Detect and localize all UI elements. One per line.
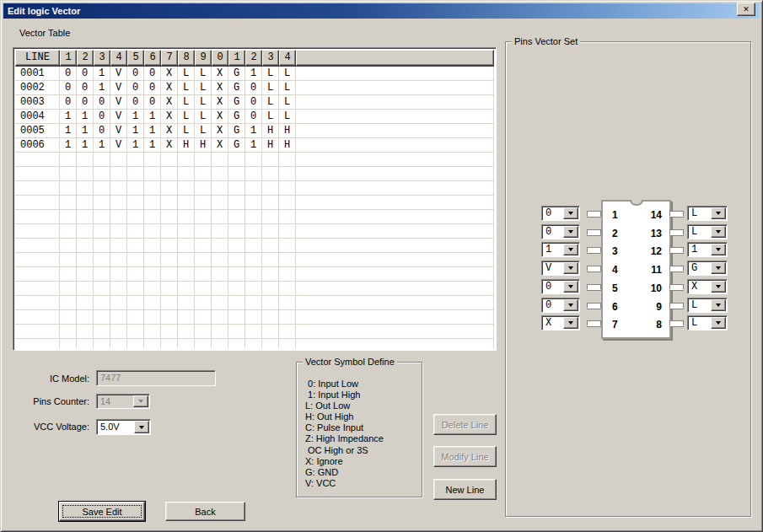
table-row[interactable]: 0002001V00XLLXG0LL — [15, 81, 494, 95]
pin-6-lead — [587, 303, 601, 309]
pins-counter-combobox[interactable]: 14 — [96, 394, 150, 409]
pin-9-combobox[interactable]: L — [687, 298, 728, 313]
pin-5-combobox[interactable]: 0 — [541, 279, 580, 294]
pin-4-combobox[interactable]: V — [541, 261, 580, 276]
column-header-pin[interactable]: 1 — [228, 50, 245, 66]
vcc-voltage-combobox[interactable]: 5.0V — [96, 419, 151, 435]
cell-pin-value: L — [262, 67, 279, 81]
back-button[interactable]: Back — [165, 502, 245, 521]
column-header-pin[interactable]: 8 — [178, 50, 195, 66]
cell-pin-value — [94, 296, 110, 310]
cell-pin-value — [94, 339, 110, 348]
modify-line-button[interactable]: Modify Line — [433, 446, 497, 467]
pin-2-combobox-dropdown-button[interactable] — [563, 226, 578, 238]
pin-8-combobox[interactable]: L — [687, 315, 728, 330]
pin-5-combobox-dropdown-button[interactable] — [563, 281, 578, 293]
save-edit-button[interactable]: Save Edit — [59, 502, 145, 521]
table-row[interactable] — [15, 253, 494, 267]
column-header-pin[interactable]: 3 — [262, 50, 279, 66]
pin-14-combobox-value: L — [688, 207, 710, 220]
table-row[interactable] — [15, 153, 494, 167]
column-header-pin[interactable]: 4 — [110, 50, 127, 66]
table-row[interactable]: 0004110V11XLLXG0LL — [15, 110, 494, 124]
table-row[interactable] — [15, 167, 494, 181]
pin-11-combobox-dropdown-button[interactable] — [711, 262, 726, 274]
pin-14-combobox[interactable]: L — [687, 206, 728, 221]
column-header-pin[interactable]: 2 — [77, 50, 94, 66]
column-header-pin[interactable]: 6 — [144, 50, 161, 66]
table-row[interactable] — [15, 339, 494, 348]
cell-pin-value: X — [212, 138, 228, 153]
pin-6-combobox-dropdown-button[interactable] — [563, 299, 578, 311]
pins-counter-dropdown-button[interactable] — [133, 395, 148, 407]
cell-pin-value: V — [110, 124, 127, 138]
pin-8-combobox-dropdown-button[interactable] — [711, 317, 726, 329]
pin-12-combobox[interactable]: 1 — [687, 242, 728, 257]
column-header-line[interactable]: LINE — [15, 50, 60, 66]
cell-pin-value — [161, 224, 178, 239]
delete-line-button[interactable]: Delete Line — [433, 414, 497, 435]
pin-13-combobox-dropdown-button[interactable] — [711, 226, 726, 238]
column-header-pin[interactable]: 1 — [60, 50, 77, 66]
table-row[interactable] — [15, 224, 494, 239]
title-bar[interactable]: Edit logic Vector — [3, 3, 760, 19]
pin-7-combobox-dropdown-button[interactable] — [563, 317, 578, 329]
chevron-down-icon — [139, 426, 144, 429]
pin-5-lead — [587, 284, 601, 290]
cell-pin-value: X — [161, 110, 178, 124]
cell-pin-value: 0 — [60, 95, 77, 110]
column-header-pin[interactable]: 5 — [127, 50, 144, 66]
cell-pin-value — [144, 239, 161, 253]
table-row[interactable] — [15, 310, 494, 325]
pin-6-combobox[interactable]: 0 — [541, 298, 580, 313]
cell-pin-value: 0 — [94, 124, 110, 138]
table-row[interactable] — [15, 196, 494, 210]
column-header-pin[interactable]: 7 — [161, 50, 178, 66]
pin-3-combobox[interactable]: 1 — [541, 242, 580, 257]
pin-1-combobox[interactable]: 0 — [541, 206, 580, 221]
close-button[interactable]: ✕ — [737, 3, 755, 16]
table-row[interactable]: 0003000V00XLLXG0LL — [15, 95, 494, 110]
column-header-pin[interactable]: 0 — [212, 50, 228, 66]
table-row[interactable]: 0005110V11XLLXG1HH — [15, 124, 494, 138]
cell-pin-value: H — [279, 138, 296, 153]
column-header-pin[interactable]: 2 — [245, 50, 262, 66]
pin-1-lead — [587, 211, 601, 217]
pin-11-combobox[interactable]: G — [687, 261, 728, 276]
table-row[interactable] — [15, 181, 494, 196]
new-line-button[interactable]: New Line — [433, 479, 497, 500]
cell-pin-value: 0 — [245, 81, 262, 95]
table-row[interactable] — [15, 267, 494, 282]
pin-10-combobox-dropdown-button[interactable] — [711, 281, 726, 293]
cell-pin-value — [279, 181, 296, 196]
column-header-pin[interactable]: 4 — [279, 50, 296, 66]
column-header-pin[interactable]: 9 — [195, 50, 212, 66]
pin-1-combobox-dropdown-button[interactable] — [563, 207, 578, 219]
pin-13-combobox[interactable]: L — [687, 224, 728, 239]
pin-12-combobox-dropdown-button[interactable] — [711, 244, 726, 255]
cell-pin-value — [144, 325, 161, 339]
ic-model-field[interactable]: 7477 — [96, 370, 216, 386]
table-row[interactable]: 0001001V00XLLXG1LL — [15, 67, 494, 81]
table-row[interactable] — [15, 296, 494, 310]
vcc-voltage-dropdown-button[interactable] — [134, 421, 149, 433]
pin-7-combobox[interactable]: X — [541, 315, 580, 330]
pin-2-combobox[interactable]: 0 — [541, 224, 580, 239]
pin-3-combobox-dropdown-button[interactable] — [563, 244, 578, 255]
table-row[interactable]: 0006111V11XHHXG1HH — [15, 138, 494, 153]
cell-pin-value — [127, 224, 144, 239]
table-row[interactable] — [15, 282, 494, 296]
table-row[interactable] — [15, 239, 494, 253]
column-header-pin[interactable]: 3 — [94, 50, 110, 66]
pin-14-combobox-dropdown-button[interactable] — [711, 207, 726, 219]
cell-pin-value: L — [279, 110, 296, 124]
pin-4-combobox-dropdown-button[interactable] — [563, 262, 578, 274]
pin-9-combobox-dropdown-button[interactable] — [711, 299, 726, 311]
table-row[interactable] — [15, 210, 494, 224]
table-row[interactable] — [15, 325, 494, 339]
cell-pin-value — [144, 167, 161, 181]
vector-table-grid[interactable]: LINE12345678901234 0001001V00XLLXG1LL000… — [13, 47, 497, 351]
cell-pin-value — [127, 253, 144, 267]
cell-pin-value — [279, 224, 296, 239]
pin-10-combobox[interactable]: X — [687, 279, 728, 294]
